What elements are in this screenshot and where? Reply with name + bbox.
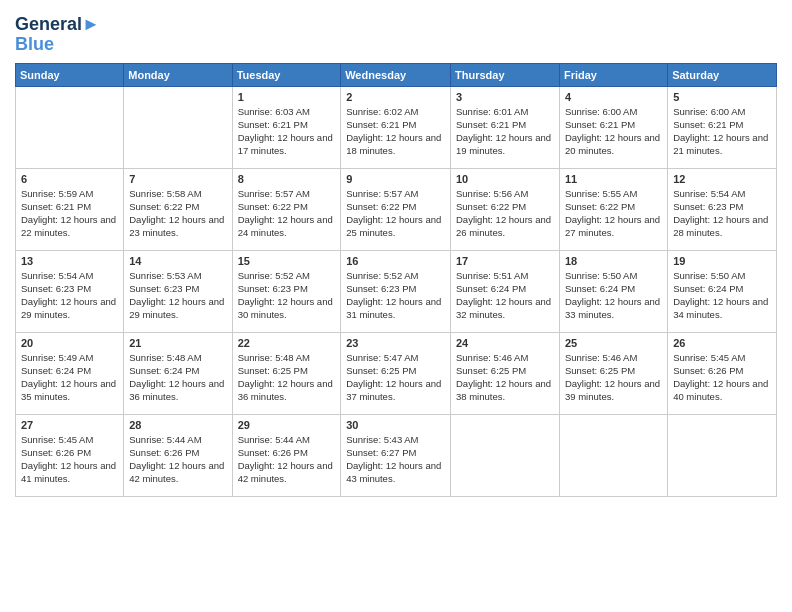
calendar-cell — [124, 86, 232, 168]
calendar-cell — [16, 86, 124, 168]
day-info: Sunrise: 5:50 AM Sunset: 6:24 PM Dayligh… — [565, 269, 662, 322]
calendar-cell: 30Sunrise: 5:43 AM Sunset: 6:27 PM Dayli… — [341, 414, 451, 496]
day-number: 13 — [21, 255, 118, 267]
day-number: 22 — [238, 337, 336, 349]
day-number: 4 — [565, 91, 662, 103]
day-number: 17 — [456, 255, 554, 267]
day-info: Sunrise: 5:44 AM Sunset: 6:26 PM Dayligh… — [129, 433, 226, 486]
header: General► Blue — [15, 10, 777, 55]
calendar-cell: 9Sunrise: 5:57 AM Sunset: 6:22 PM Daylig… — [341, 168, 451, 250]
calendar-cell: 10Sunrise: 5:56 AM Sunset: 6:22 PM Dayli… — [451, 168, 560, 250]
day-info: Sunrise: 5:56 AM Sunset: 6:22 PM Dayligh… — [456, 187, 554, 240]
calendar-cell: 22Sunrise: 5:48 AM Sunset: 6:25 PM Dayli… — [232, 332, 341, 414]
day-number: 28 — [129, 419, 226, 431]
week-row-2: 6Sunrise: 5:59 AM Sunset: 6:21 PM Daylig… — [16, 168, 777, 250]
calendar-cell: 8Sunrise: 5:57 AM Sunset: 6:22 PM Daylig… — [232, 168, 341, 250]
day-number: 6 — [21, 173, 118, 185]
logo: General► Blue — [15, 15, 100, 55]
calendar-cell: 26Sunrise: 5:45 AM Sunset: 6:26 PM Dayli… — [668, 332, 777, 414]
day-info: Sunrise: 5:49 AM Sunset: 6:24 PM Dayligh… — [21, 351, 118, 404]
calendar-cell — [451, 414, 560, 496]
calendar-cell: 1Sunrise: 6:03 AM Sunset: 6:21 PM Daylig… — [232, 86, 341, 168]
day-number: 14 — [129, 255, 226, 267]
day-info: Sunrise: 5:52 AM Sunset: 6:23 PM Dayligh… — [346, 269, 445, 322]
calendar-cell: 19Sunrise: 5:50 AM Sunset: 6:24 PM Dayli… — [668, 250, 777, 332]
logo-text: General► — [15, 15, 100, 35]
day-number: 30 — [346, 419, 445, 431]
day-info: Sunrise: 5:45 AM Sunset: 6:26 PM Dayligh… — [21, 433, 118, 486]
day-number: 9 — [346, 173, 445, 185]
calendar-cell: 21Sunrise: 5:48 AM Sunset: 6:24 PM Dayli… — [124, 332, 232, 414]
calendar-cell: 5Sunrise: 6:00 AM Sunset: 6:21 PM Daylig… — [668, 86, 777, 168]
calendar-cell: 13Sunrise: 5:54 AM Sunset: 6:23 PM Dayli… — [16, 250, 124, 332]
calendar-cell: 12Sunrise: 5:54 AM Sunset: 6:23 PM Dayli… — [668, 168, 777, 250]
day-number: 8 — [238, 173, 336, 185]
day-number: 26 — [673, 337, 771, 349]
day-number: 24 — [456, 337, 554, 349]
weekday-header-row: SundayMondayTuesdayWednesdayThursdayFrid… — [16, 63, 777, 86]
day-info: Sunrise: 6:00 AM Sunset: 6:21 PM Dayligh… — [565, 105, 662, 158]
day-number: 11 — [565, 173, 662, 185]
calendar-cell: 24Sunrise: 5:46 AM Sunset: 6:25 PM Dayli… — [451, 332, 560, 414]
calendar-cell: 3Sunrise: 6:01 AM Sunset: 6:21 PM Daylig… — [451, 86, 560, 168]
day-info: Sunrise: 5:58 AM Sunset: 6:22 PM Dayligh… — [129, 187, 226, 240]
day-number: 1 — [238, 91, 336, 103]
calendar-cell: 28Sunrise: 5:44 AM Sunset: 6:26 PM Dayli… — [124, 414, 232, 496]
weekday-header-monday: Monday — [124, 63, 232, 86]
weekday-header-saturday: Saturday — [668, 63, 777, 86]
day-number: 19 — [673, 255, 771, 267]
day-number: 5 — [673, 91, 771, 103]
day-info: Sunrise: 6:01 AM Sunset: 6:21 PM Dayligh… — [456, 105, 554, 158]
day-info: Sunrise: 5:55 AM Sunset: 6:22 PM Dayligh… — [565, 187, 662, 240]
logo-blue: Blue — [15, 35, 100, 55]
day-number: 15 — [238, 255, 336, 267]
day-info: Sunrise: 5:54 AM Sunset: 6:23 PM Dayligh… — [673, 187, 771, 240]
calendar-cell — [668, 414, 777, 496]
day-number: 2 — [346, 91, 445, 103]
day-info: Sunrise: 5:59 AM Sunset: 6:21 PM Dayligh… — [21, 187, 118, 240]
day-info: Sunrise: 5:44 AM Sunset: 6:26 PM Dayligh… — [238, 433, 336, 486]
day-info: Sunrise: 5:53 AM Sunset: 6:23 PM Dayligh… — [129, 269, 226, 322]
weekday-header-tuesday: Tuesday — [232, 63, 341, 86]
calendar-cell: 29Sunrise: 5:44 AM Sunset: 6:26 PM Dayli… — [232, 414, 341, 496]
day-info: Sunrise: 5:46 AM Sunset: 6:25 PM Dayligh… — [565, 351, 662, 404]
day-info: Sunrise: 5:48 AM Sunset: 6:25 PM Dayligh… — [238, 351, 336, 404]
day-number: 25 — [565, 337, 662, 349]
day-number: 18 — [565, 255, 662, 267]
day-info: Sunrise: 5:51 AM Sunset: 6:24 PM Dayligh… — [456, 269, 554, 322]
day-info: Sunrise: 5:52 AM Sunset: 6:23 PM Dayligh… — [238, 269, 336, 322]
calendar-cell: 6Sunrise: 5:59 AM Sunset: 6:21 PM Daylig… — [16, 168, 124, 250]
weekday-header-sunday: Sunday — [16, 63, 124, 86]
day-info: Sunrise: 5:54 AM Sunset: 6:23 PM Dayligh… — [21, 269, 118, 322]
day-info: Sunrise: 5:50 AM Sunset: 6:24 PM Dayligh… — [673, 269, 771, 322]
day-number: 12 — [673, 173, 771, 185]
day-info: Sunrise: 5:57 AM Sunset: 6:22 PM Dayligh… — [346, 187, 445, 240]
calendar-cell: 16Sunrise: 5:52 AM Sunset: 6:23 PM Dayli… — [341, 250, 451, 332]
calendar-cell: 14Sunrise: 5:53 AM Sunset: 6:23 PM Dayli… — [124, 250, 232, 332]
day-number: 23 — [346, 337, 445, 349]
day-number: 10 — [456, 173, 554, 185]
calendar-cell — [559, 414, 667, 496]
calendar-cell: 4Sunrise: 6:00 AM Sunset: 6:21 PM Daylig… — [559, 86, 667, 168]
calendar-cell: 23Sunrise: 5:47 AM Sunset: 6:25 PM Dayli… — [341, 332, 451, 414]
week-row-1: 1Sunrise: 6:03 AM Sunset: 6:21 PM Daylig… — [16, 86, 777, 168]
page: General► Blue SundayMondayTuesdayWednesd… — [0, 0, 792, 612]
day-info: Sunrise: 5:47 AM Sunset: 6:25 PM Dayligh… — [346, 351, 445, 404]
calendar-cell: 11Sunrise: 5:55 AM Sunset: 6:22 PM Dayli… — [559, 168, 667, 250]
calendar-table: SundayMondayTuesdayWednesdayThursdayFrid… — [15, 63, 777, 497]
calendar-cell: 18Sunrise: 5:50 AM Sunset: 6:24 PM Dayli… — [559, 250, 667, 332]
day-info: Sunrise: 6:02 AM Sunset: 6:21 PM Dayligh… — [346, 105, 445, 158]
day-number: 3 — [456, 91, 554, 103]
calendar-cell: 7Sunrise: 5:58 AM Sunset: 6:22 PM Daylig… — [124, 168, 232, 250]
week-row-4: 20Sunrise: 5:49 AM Sunset: 6:24 PM Dayli… — [16, 332, 777, 414]
day-number: 27 — [21, 419, 118, 431]
weekday-header-wednesday: Wednesday — [341, 63, 451, 86]
day-number: 21 — [129, 337, 226, 349]
weekday-header-thursday: Thursday — [451, 63, 560, 86]
weekday-header-friday: Friday — [559, 63, 667, 86]
day-info: Sunrise: 5:46 AM Sunset: 6:25 PM Dayligh… — [456, 351, 554, 404]
day-number: 29 — [238, 419, 336, 431]
day-info: Sunrise: 5:57 AM Sunset: 6:22 PM Dayligh… — [238, 187, 336, 240]
calendar-cell: 20Sunrise: 5:49 AM Sunset: 6:24 PM Dayli… — [16, 332, 124, 414]
day-number: 16 — [346, 255, 445, 267]
